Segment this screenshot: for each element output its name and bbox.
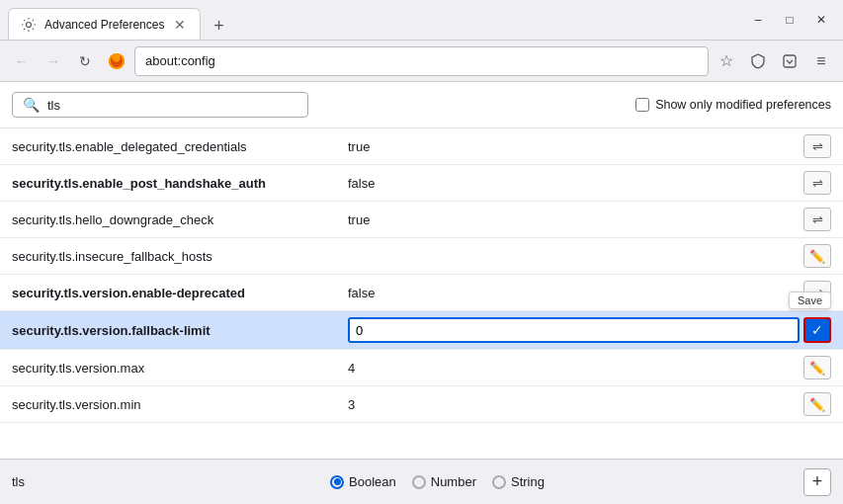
pref-action: ⇌ [792, 171, 831, 195]
radio-group: Boolean Number String [87, 474, 788, 489]
table-row-active: security.tls.version.fallback-limit ✓ Sa… [0, 311, 843, 350]
pref-name-active: security.tls.version.fallback-limit [12, 323, 348, 338]
minimize-button[interactable]: – [744, 10, 772, 30]
bookmark-button[interactable]: ☆ [713, 47, 740, 75]
title-bar: Advanced Preferences ✕ + – □ ✕ [0, 0, 843, 40]
pref-value-input[interactable] [348, 317, 800, 343]
address-text: about:config [145, 53, 215, 68]
maximize-button[interactable]: □ [776, 10, 803, 30]
table-row: security.tls.hello_downgrade_check true … [0, 202, 843, 238]
swap-icon: ⇌ [812, 212, 823, 227]
edit-pencil-button[interactable]: ✏️ [803, 356, 831, 379]
pref-name: security.tls.insecure_fallback_hosts [12, 249, 348, 264]
add-pref-button[interactable]: + [803, 468, 831, 496]
content-area: 🔍 Show only modified preferences securit… [0, 81, 843, 504]
modified-label: Show only modified preferences [655, 98, 831, 112]
table-row: security.tls.enable_delegated_credential… [0, 128, 843, 165]
pref-action: ✏️ [792, 356, 831, 379]
radio-string-circle [492, 475, 506, 489]
radio-string-label: String [511, 474, 545, 489]
prefs-table: security.tls.enable_delegated_credential… [0, 128, 843, 459]
checkmark-icon: ✓ [811, 322, 823, 338]
close-button[interactable]: ✕ [807, 10, 835, 30]
nav-bar: ← → ↻ about:config ☆ ≡ [0, 40, 843, 81]
search-bar: 🔍 Show only modified preferences [0, 82, 843, 128]
pref-action: ⇌ [792, 208, 831, 231]
new-tab-button[interactable]: + [205, 12, 232, 40]
bottom-bar: tls Boolean Number String + [0, 459, 843, 504]
radio-string[interactable]: String [492, 474, 545, 489]
pref-value: 3 [348, 397, 792, 412]
pref-action: ✏️ [792, 392, 831, 416]
pref-value: true [348, 139, 792, 154]
pref-action: ⇌ [792, 134, 831, 158]
radio-boolean[interactable]: Boolean [330, 474, 396, 489]
table-row: security.tls.version.max 4 ✏️ [0, 350, 843, 386]
modified-checkbox[interactable] [635, 98, 649, 112]
save-tooltip: Save [789, 292, 831, 309]
table-row: security.tls.version.min 3 ✏️ [0, 386, 843, 423]
pref-name: security.tls.enable_delegated_credential… [12, 139, 348, 154]
new-pref-name: tls [12, 474, 71, 489]
pencil-icon: ✏️ [809, 397, 825, 412]
radio-boolean-circle [330, 475, 344, 489]
table-row: security.tls.insecure_fallback_hosts ✏️ [0, 238, 843, 275]
reload-button[interactable]: ↻ [71, 47, 99, 75]
pref-value: false [348, 176, 792, 191]
radio-number[interactable]: Number [412, 474, 476, 489]
firefox-logo [107, 51, 126, 71]
pref-value: 4 [348, 361, 792, 376]
tab-bar: Advanced Preferences ✕ + [8, 0, 744, 40]
address-bar[interactable]: about:config [134, 46, 709, 76]
radio-boolean-label: Boolean [349, 474, 396, 489]
radio-number-label: Number [431, 474, 476, 489]
active-tab[interactable]: Advanced Preferences ✕ [8, 8, 201, 40]
search-input-wrapper[interactable]: 🔍 [12, 92, 308, 118]
swap-button[interactable]: ⇌ [803, 171, 831, 195]
pref-action: ✏️ [792, 244, 831, 268]
svg-rect-2 [784, 55, 796, 67]
modified-checkbox-area: Show only modified preferences [635, 98, 831, 112]
pencil-icon: ✏️ [809, 249, 825, 264]
pref-name: security.tls.hello_downgrade_check [12, 212, 348, 227]
swap-icon: ⇌ [812, 176, 823, 191]
search-icon: 🔍 [23, 97, 40, 113]
pref-name: security.tls.enable_post_handshake_auth [12, 176, 348, 191]
back-button[interactable]: ← [8, 47, 36, 75]
pocket-button[interactable] [776, 47, 803, 75]
edit-pencil-button[interactable]: ✏️ [803, 392, 831, 416]
tab-title: Advanced Preferences [44, 18, 164, 32]
search-input[interactable] [47, 98, 297, 113]
forward-button[interactable]: → [40, 47, 67, 75]
radio-number-circle [412, 475, 426, 489]
menu-button[interactable]: ≡ [807, 47, 835, 75]
pref-value: true [348, 212, 792, 227]
pref-name: security.tls.version.min [12, 397, 348, 412]
swap-icon: ⇌ [812, 139, 823, 154]
gear-icon [21, 17, 37, 33]
pref-name: security.tls.version.max [12, 361, 348, 376]
pref-name: security.tls.version.enable-deprecated [12, 286, 348, 300]
confirm-button[interactable]: ✓ Save [803, 317, 831, 343]
edit-pencil-button[interactable]: ✏️ [803, 244, 831, 268]
shield-icon [750, 53, 766, 69]
pocket-icon [782, 53, 798, 69]
shield-button[interactable] [744, 47, 772, 75]
swap-button[interactable]: ⇌ [803, 134, 831, 158]
table-row: security.tls.version.enable-deprecated f… [0, 275, 843, 311]
pref-input-wrapper: ✓ Save [348, 317, 831, 343]
tab-close-button[interactable]: ✕ [172, 16, 188, 34]
window-controls: – □ ✕ [744, 10, 835, 30]
table-row: security.tls.enable_post_handshake_auth … [0, 165, 843, 202]
radio-boolean-inner [334, 478, 341, 485]
swap-button[interactable]: ⇌ [803, 208, 831, 231]
svg-point-0 [27, 22, 32, 27]
pencil-icon: ✏️ [809, 361, 825, 376]
pref-value: false [348, 286, 792, 300]
